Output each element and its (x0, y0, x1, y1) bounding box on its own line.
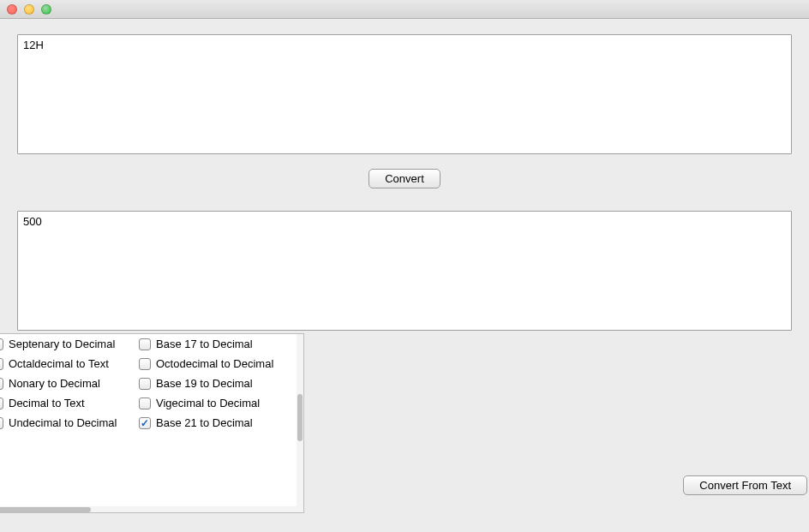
minimize-icon[interactable] (24, 4, 34, 15)
options-vertical-scrollbar[interactable] (297, 334, 303, 512)
checkbox-icon[interactable] (139, 417, 151, 429)
checkbox-icon[interactable] (139, 358, 151, 370)
option-label: Base 17 to Decimal (156, 338, 253, 350)
options-inner: Senary to Decimal Septenary to Decimal O… (0, 333, 303, 433)
options-horizontal-scrollbar[interactable] (0, 506, 303, 513)
scrollbar-thumb[interactable] (297, 394, 303, 441)
option-label: Base 19 to Decimal (156, 377, 253, 390)
close-icon[interactable] (7, 4, 17, 15)
option-row[interactable]: Vigecimal to Decimal (139, 393, 293, 413)
option-row[interactable]: Base 17 to Decimal (139, 334, 293, 354)
option-label: Vigecimal to Decimal (156, 397, 260, 409)
option-label: Septenary to Decimal (9, 338, 115, 350)
scrollbar-thumb[interactable] (0, 507, 91, 512)
option-row[interactable]: Base 21 to Decimal (139, 413, 293, 433)
zoom-icon[interactable] (41, 4, 51, 15)
checkbox-icon[interactable] (0, 417, 3, 429)
right-pane: Convert From Text (304, 333, 809, 520)
checkbox-icon[interactable] (139, 378, 151, 390)
option-label: Base 21 to Decimal (156, 416, 253, 429)
option-label: Undecimal to Decimal (9, 416, 117, 429)
option-row[interactable]: Septenary to Decimal (0, 334, 139, 354)
checkbox-icon[interactable] (0, 358, 3, 370)
option-row[interactable]: Decimal to Text (0, 393, 139, 413)
checkbox-icon[interactable] (0, 398, 3, 409)
options-column-a: Senary to Decimal Septenary to Decimal O… (0, 333, 139, 433)
options-column-b: Hexadecimal to Text Base 17 to Decimal O… (139, 333, 293, 433)
option-label: Decimal to Text (9, 397, 85, 409)
output-textarea[interactable] (17, 211, 792, 331)
input-textarea[interactable] (17, 34, 792, 154)
lower-pane: Senary to Decimal Septenary to Decimal O… (0, 333, 809, 520)
convert-from-text-button[interactable]: Convert From Text (683, 475, 807, 495)
option-row[interactable]: Base 19 to Decimal (139, 374, 293, 393)
option-row[interactable]: Octodecimal to Decimal (139, 354, 293, 374)
checkbox-icon[interactable] (139, 338, 151, 350)
option-label: Octodecimal to Decimal (156, 357, 273, 370)
checkbox-icon[interactable] (139, 398, 151, 409)
checkbox-icon[interactable] (0, 378, 3, 390)
option-row[interactable]: Nonary to Decimal (0, 374, 139, 393)
options-panel: Senary to Decimal Septenary to Decimal O… (0, 333, 304, 513)
convert-button[interactable]: Convert (369, 169, 440, 188)
checkbox-icon[interactable] (0, 338, 3, 350)
option-label: Octaldecimal to Text (9, 357, 109, 370)
option-label: Nonary to Decimal (9, 377, 100, 390)
option-row[interactable]: Octaldecimal to Text (0, 354, 139, 374)
window-titlebar (0, 0, 809, 19)
option-row[interactable]: Undecimal to Decimal (0, 413, 139, 433)
content-area: Convert (0, 19, 809, 333)
convert-row: Convert (17, 169, 792, 188)
